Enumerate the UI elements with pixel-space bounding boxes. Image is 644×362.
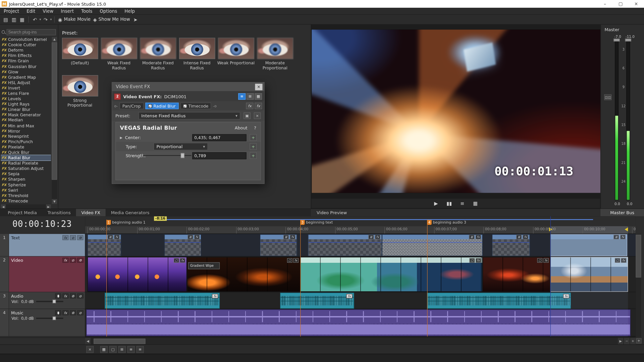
plugin-list-item[interactable]: Radial Blur [1, 155, 51, 161]
pan-crop-chip[interactable]: Pan/Crop [119, 103, 144, 109]
radial-blur-chip[interactable]: ✓ Radial Blur [145, 103, 178, 109]
zoom-in-icon[interactable]: + [630, 338, 636, 345]
preset-item[interactable]: Moderate Proportional [256, 38, 294, 70]
make-movie-button[interactable]: ◉ Make Movie [57, 15, 92, 23]
plugin-list-item[interactable]: Threshold [1, 193, 51, 198]
loop-region-bar[interactable] [166, 219, 593, 220]
plugin-list-item[interactable]: Pixelate [1, 144, 51, 150]
event-grid-icon[interactable]: ⊞ [516, 235, 522, 239]
text-event[interactable]: ⊞fx [88, 234, 121, 256]
event-grid-icon[interactable]: ⊞ [188, 235, 193, 239]
peak-readout-right[interactable]: -11.0 [623, 35, 637, 39]
meter-layout-button[interactable]: ◫◫ [604, 95, 611, 100]
event-grid-icon[interactable]: ⊞ [108, 235, 113, 239]
plugin-list-item[interactable]: Timecode [1, 198, 51, 203]
radial-blur-checkbox[interactable]: ✓ [148, 104, 152, 108]
about-link[interactable]: About [235, 125, 248, 130]
preset-item[interactable]: (Default) [60, 38, 99, 70]
plugin-list-item[interactable]: Film Effects [1, 53, 51, 58]
plugin-list-item[interactable]: Min and Max [1, 123, 51, 128]
maximize-button[interactable]: ▢ [613, 0, 629, 8]
track-header-audio[interactable]: 3 Audio fx ⚙ ⊘ Vol: 0,0 dB [0, 292, 85, 309]
menu-item[interactable]: Edit [23, 8, 39, 14]
plugin-list-item[interactable]: Gradient Map [1, 74, 51, 80]
event-crop-icon[interactable]: ▢ [287, 258, 292, 262]
text-event[interactable]: ⊞fx [382, 234, 483, 256]
timeline-vscrollbar[interactable] [636, 234, 641, 338]
plugin-list-item[interactable]: HSL Adjust [1, 80, 51, 85]
menu-item[interactable]: View [39, 8, 57, 14]
track-gear-icon[interactable]: ⚙ [77, 235, 83, 240]
video-event[interactable]: ▢fx [300, 257, 483, 292]
zoom-tool-icon[interactable]: ≡ [127, 346, 135, 353]
menu-item[interactable]: Help [121, 8, 139, 14]
plugin-list-item[interactable]: Cookie Cutter [1, 42, 51, 48]
event-crop-icon[interactable]: ▢ [470, 258, 475, 262]
timeline-marker[interactable]: 4 beginning audio 3 [427, 220, 466, 225]
redo-icon[interactable]: ↷ [42, 15, 50, 23]
volume-envelope[interactable] [105, 297, 219, 298]
plugin-list-item[interactable]: Film Grain [1, 58, 51, 64]
interactive-tutorial-cursor-icon[interactable]: ➤ [131, 15, 139, 23]
help-link[interactable]: ? [254, 125, 256, 130]
plugin-list-item[interactable]: Sharpen [1, 177, 51, 182]
type-combobox[interactable]: Proportional ▾ [154, 143, 208, 150]
close-button[interactable]: × [628, 0, 644, 8]
play-button[interactable]: ▶ [433, 200, 439, 206]
marker-bar[interactable]: -8:16 1 beginning audio 1 3 beginning te… [85, 216, 636, 226]
pause-button[interactable]: ▮▮ [446, 200, 452, 206]
event-fx-icon[interactable]: fx [346, 294, 352, 298]
music-event[interactable] [86, 309, 630, 336]
dock-tab[interactable]: Project Media [2, 209, 42, 216]
edit-tool-icon[interactable]: ▦ [100, 346, 108, 353]
undo-icon[interactable]: ↶ [31, 15, 39, 23]
plugin-list-item[interactable]: Mirror [1, 128, 51, 134]
transition-event[interactable]: Gradient Wipe [188, 262, 220, 269]
event-fx-icon[interactable]: fx [114, 235, 119, 239]
new-project-icon[interactable]: ▤ [2, 15, 10, 23]
scroll-right-icon[interactable]: ▶ [617, 338, 623, 345]
strength-slider-handle[interactable] [181, 153, 184, 158]
track-fx-icon[interactable]: fx [62, 310, 68, 315]
event-fx-icon[interactable]: fx [476, 258, 481, 262]
audio-event[interactable]: fx [105, 293, 220, 309]
animate-strength-icon[interactable]: + [250, 152, 257, 159]
marker-tag[interactable]: 4 [427, 220, 431, 225]
scrollbar-thumb[interactable] [52, 42, 57, 180]
event-envelope[interactable] [492, 242, 529, 243]
scroll-left-icon[interactable]: ◀ [85, 338, 91, 345]
volume-envelope[interactable] [428, 297, 571, 298]
envelope-tool-icon[interactable]: ▢ [109, 346, 117, 353]
event-fx-icon[interactable]: fx [194, 235, 200, 239]
center-input[interactable] [192, 134, 247, 141]
redo-dropdown-icon[interactable]: ▾ [50, 18, 52, 21]
text-event[interactable]: ⊞fx [164, 234, 201, 256]
zoom-out-icon[interactable]: − [624, 338, 630, 345]
track-number[interactable]: 3 [0, 292, 9, 309]
plugin-list-item[interactable]: Invert [1, 85, 51, 91]
plugin-list-item[interactable]: Quick Blur [1, 150, 51, 155]
volume-envelope[interactable] [280, 297, 354, 298]
timeline-time-display[interactable]: 00:00:10:23 [0, 219, 84, 229]
track-gear-icon[interactable]: ⚙ [70, 310, 76, 315]
event-grid-icon[interactable]: ⊞ [469, 235, 474, 239]
dialog-title-bar[interactable]: Video Event FX × [112, 82, 264, 92]
event-crop-icon[interactable]: ▢ [537, 258, 543, 262]
marker-tag[interactable]: 3 [300, 220, 305, 225]
track-bypass-icon[interactable]: ⊘ [70, 258, 76, 263]
track-zoom-icon[interactable]: + [636, 338, 642, 344]
event-fx-icon[interactable]: fx [293, 258, 299, 262]
event-fx-icon[interactable]: fx [290, 235, 295, 239]
strength-slider[interactable] [143, 153, 191, 159]
preset-item[interactable]: Weak Fixed Radius [99, 38, 138, 70]
track-name[interactable]: Audio [11, 294, 23, 299]
plugin-list-item[interactable]: Swirl [1, 187, 51, 193]
timeline-content[interactable]: -8:16 1 beginning audio 1 3 beginning te… [85, 216, 636, 337]
track-gear-icon[interactable]: ⚙ [70, 294, 76, 299]
animate-type-icon[interactable]: + [250, 143, 257, 150]
preset-item[interactable]: Moderate Fixed Radius [139, 38, 177, 70]
preview-menu-icon[interactable]: ≡ [459, 200, 466, 206]
event-crop-icon[interactable]: ▢ [174, 258, 179, 262]
timeline-marker[interactable]: 1 beginning audio 1 [106, 220, 146, 225]
preset-combobox[interactable]: Intense Fixed Radius ▾ [139, 112, 240, 119]
